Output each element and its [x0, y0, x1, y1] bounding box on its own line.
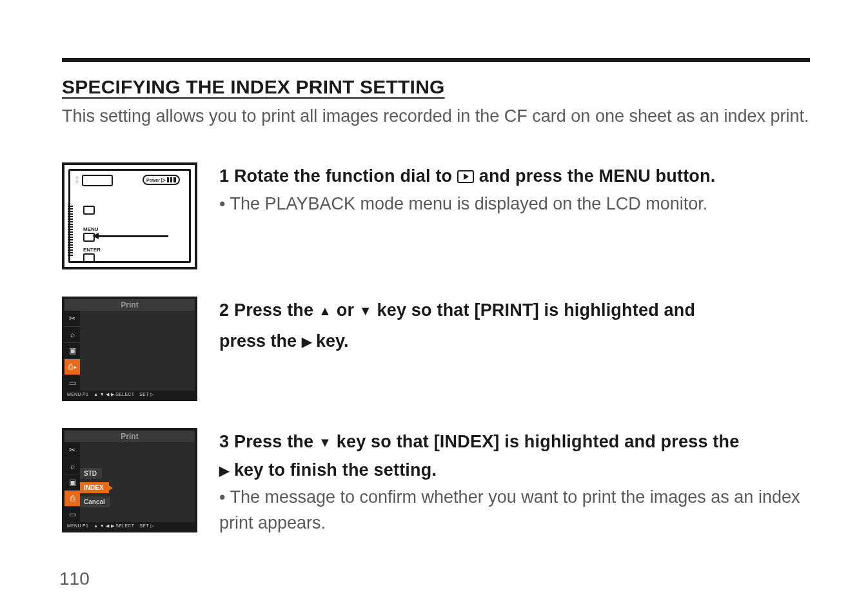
step-3: Print ✂ ⌕ ▣ ⎙ ▭ STD INDEX Cancal: [62, 428, 810, 536]
step-1: ○○ Power ▷ MENU ENTER 1 Rotate the funct…: [62, 162, 810, 269]
up-arrow-icon: ▲: [319, 300, 331, 321]
lcd-menu-print-icon: ⎙▸: [64, 359, 80, 375]
down-arrow-icon: ▼: [319, 432, 331, 453]
lcd-menu-delete-icon: ✂: [64, 311, 80, 327]
lcd-footer-set: SET ▷: [139, 523, 153, 529]
figure-camera: ○○ Power ▷ MENU ENTER: [62, 162, 197, 269]
lcd-menu-delete-icon: ✂: [64, 442, 80, 458]
lcd-footer-set: SET ▷: [139, 392, 153, 397]
step-2-heading: 2 Press the ▲ or ▼ key so that [PRINT] i…: [219, 297, 810, 324]
step-2: Print ✂ ⌕ ▣ ⎙▸ ▭ MENU P1 ▲ ▼ ◀ ▶ SELECT …: [62, 297, 810, 401]
intro-text: This setting allows you to print all ima…: [62, 104, 810, 128]
camera-menu-label: MENU: [83, 226, 99, 232]
lcd-footer-select: ▲ ▼ ◀ ▶ SELECT: [94, 392, 134, 397]
lcd-menu-zoom-icon: ⌕: [64, 327, 80, 343]
lcd-option-index: INDEX: [80, 482, 109, 493]
right-arrow-icon: ▶: [302, 329, 311, 354]
lcd-menu-zoom-icon: ⌕: [64, 458, 80, 474]
lcd-menu-slideshow-icon: ▣: [64, 474, 80, 491]
lcd-menu-slideshow-icon: ▣: [64, 343, 80, 359]
playback-mode-icon: [457, 170, 474, 183]
lcd-title: Print: [64, 299, 195, 311]
down-arrow-icon: ▼: [359, 300, 372, 321]
arrow-to-menu-icon: [97, 235, 168, 237]
step-1-heading: 1 Rotate the function dial to and press …: [219, 162, 810, 190]
lcd-footer-menu: MENU P1: [67, 392, 88, 397]
step-3-heading: 3 Press the ▼ key so that [INDEX] is hig…: [219, 428, 810, 483]
lcd-option-std: STD: [80, 468, 102, 479]
lcd-option-cancel: Cancal: [80, 496, 110, 507]
svg-marker-1: [464, 173, 469, 180]
section-divider: [62, 58, 810, 62]
right-arrow-icon: ▶: [219, 460, 229, 481]
lcd-menu-print-icon: ⎙: [64, 491, 80, 507]
camera-enter-label: ENTER: [83, 247, 101, 253]
figure-lcd-index: Print ✂ ⌕ ▣ ⎙ ▭ STD INDEX Cancal: [62, 428, 197, 532]
lcd-title-2: Print: [64, 431, 195, 442]
lcd-menu-folder-icon: ▭: [64, 375, 80, 391]
step-3-desc: • The message to confirm whether you wan…: [219, 484, 810, 536]
section-heading: SPECIFYING THE INDEX PRINT SETTING: [62, 76, 810, 98]
figure-lcd-print: Print ✂ ⌕ ▣ ⎙▸ ▭ MENU P1 ▲ ▼ ◀ ▶ SELECT …: [62, 297, 197, 401]
lcd-menu-folder-icon: ▭: [64, 507, 80, 522]
step-1-desc: • The PLAYBACK mode menu is displayed on…: [219, 191, 810, 217]
page-number: 110: [59, 569, 90, 589]
step-2-heading-line2: press the ▶ key.: [219, 325, 810, 358]
lcd-footer-menu: MENU P1: [67, 523, 88, 529]
lcd-footer-select: ▲ ▼ ◀ ▶ SELECT: [94, 523, 134, 529]
camera-power-label: Power: [146, 178, 160, 182]
